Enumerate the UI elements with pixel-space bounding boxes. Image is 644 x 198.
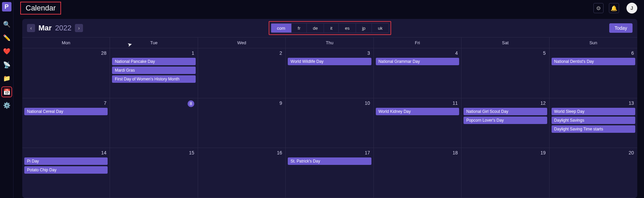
calendar-event[interactable]: World Wildlife Day	[288, 58, 371, 65]
prev-month-button[interactable]: ‹	[27, 24, 35, 32]
notifications-button[interactable]: 🔔	[609, 3, 619, 13]
calendar-cell[interactable]: 20	[550, 148, 637, 198]
today-button[interactable]: Today	[609, 23, 633, 33]
page-title: Calendar	[20, 2, 61, 15]
date-number: 3	[288, 50, 371, 56]
calendar-cell[interactable]: 4National Grammar Day	[374, 48, 461, 98]
next-month-button[interactable]: ›	[75, 24, 83, 32]
weekday-col-mon: Mon	[22, 38, 110, 48]
locale-tab-de[interactable]: de	[307, 24, 324, 33]
date-number: 15	[112, 150, 195, 156]
calendar-cell[interactable]: 2	[198, 48, 286, 98]
calendar-event[interactable]: Daylight Saving Time starts	[552, 125, 635, 133]
date-number: 19	[464, 150, 547, 156]
chevron-right-icon: ›	[78, 25, 80, 31]
calendar-icon[interactable]: 📅	[3, 88, 11, 96]
calendar-cell[interactable]: 12National Girl Scout DayPopcorn Lover's…	[461, 98, 549, 148]
date-number: 7	[24, 100, 108, 106]
calendar-event[interactable]: Popcorn Lover's Day	[464, 117, 547, 124]
calendar-event[interactable]: World Kidney Day	[376, 108, 459, 115]
locale-tab-jp[interactable]: jp	[356, 24, 372, 33]
calendar-cell[interactable]: 16	[198, 148, 286, 198]
locale-tab-it[interactable]: it	[324, 24, 339, 33]
calendar-cell[interactable]: 18	[374, 148, 461, 198]
calendar-event[interactable]: National Dentist's Day	[552, 58, 635, 65]
locale-tab-fr[interactable]: fr	[292, 24, 307, 33]
year-label: 2022	[55, 24, 72, 32]
locale-tab-uk[interactable]: uk	[372, 24, 389, 33]
calendar-event[interactable]: National Pancake Day	[112, 58, 195, 65]
locale-selector-highlight: comfrdeitesjpuk	[269, 21, 391, 35]
date-number: 6	[552, 50, 635, 56]
settings-button[interactable]: ⚙	[593, 3, 604, 13]
calendar-cell[interactable]: 11World Kidney Day	[374, 98, 461, 148]
main-area: Calendar ⚙ 🔔 J ‹ Mar 2022 › comf	[13, 0, 644, 198]
date-number: 13	[552, 100, 635, 106]
folder-icon[interactable]: 📁	[3, 74, 11, 82]
calendar-cell[interactable]: 7National Cereal Day	[22, 98, 110, 148]
date-number: 1	[112, 50, 195, 56]
date-number: 4	[376, 50, 459, 56]
locale-tab-com[interactable]: com	[271, 24, 292, 33]
calendar-cell[interactable]: 28	[22, 48, 110, 98]
date-number: 17	[288, 150, 371, 156]
pencil-icon[interactable]: ✏️	[3, 34, 11, 42]
calendar-cell[interactable]: 9	[198, 98, 286, 148]
date-number: 20	[552, 150, 635, 156]
date-number: 16	[200, 150, 283, 156]
date-number: 11	[376, 100, 459, 106]
locale-selector: comfrdeitesjpuk	[271, 23, 389, 33]
calendar-cell[interactable]: 17St. Patrick's Day	[286, 148, 373, 198]
weekday-col-fri: Fri	[374, 38, 461, 48]
weekday-col-sat: Sat	[461, 38, 549, 48]
calendar-event[interactable]: St. Patrick's Day	[288, 157, 371, 165]
date-number: 10	[288, 100, 371, 106]
date-number: 28	[24, 50, 108, 56]
calendar-event[interactable]: Mardi Gras	[112, 67, 195, 74]
calendar-cell[interactable]: 19	[461, 148, 549, 198]
bell-icon: 🔔	[611, 5, 617, 11]
chevron-left-icon: ‹	[30, 25, 32, 31]
calendar-cell[interactable]: 6National Dentist's Day	[550, 48, 637, 98]
calendar-header: ‹ Mar 2022 › comfrdeitesjpuk Today	[22, 19, 637, 37]
calendar-event[interactable]: Pi Day	[24, 157, 108, 165]
weekday-col-wed: Wed	[198, 38, 286, 48]
calendar-event[interactable]: Potato Chip Day	[24, 166, 108, 174]
weekday-col-tue: Tue	[110, 38, 198, 48]
calendar-container: ‹ Mar 2022 › comfrdeitesjpuk Today MonTu…	[22, 19, 637, 198]
calendar-cell[interactable]: 5	[461, 48, 549, 98]
calendar-cell[interactable]: 15	[110, 148, 198, 198]
satellite-icon[interactable]: 📡	[3, 61, 11, 69]
avatar[interactable]: J	[626, 3, 637, 14]
calendar-event[interactable]: Daylight Savings	[552, 117, 635, 124]
calendar-cell[interactable]: 1National Pancake DayMardi GrasFirst Day…	[110, 48, 198, 98]
gear-icon: ⚙	[596, 5, 601, 11]
calendar-cell[interactable]: 8	[110, 98, 198, 148]
calendar-grid: 281National Pancake DayMardi GrasFirst D…	[22, 48, 637, 198]
search-icon[interactable]: 🔍	[3, 20, 11, 28]
locale-tab-es[interactable]: es	[339, 24, 356, 33]
calendar-event[interactable]: National Cereal Day	[24, 108, 108, 115]
calendar-cell[interactable]: 14Pi DayPotato Chip Day	[22, 148, 110, 198]
calendar-cell[interactable]: 10	[286, 98, 373, 148]
calendar-event[interactable]: First Day of Women's History Month	[112, 75, 195, 83]
sidebar: P 🔍✏️❤️📡📁📅⚙️	[0, 0, 13, 198]
calendar-cell[interactable]: 3World Wildlife Day	[286, 48, 373, 98]
calendar-event[interactable]: National Girl Scout Day	[464, 108, 547, 115]
date-number: 18	[376, 150, 459, 156]
month-label: Mar	[38, 24, 52, 32]
date-number: 9	[200, 100, 283, 106]
calendar-event[interactable]: National Grammar Day	[376, 58, 459, 65]
weekday-col-sun: Sun	[550, 38, 637, 48]
date-number: 12	[464, 100, 547, 106]
app-logo[interactable]: P	[2, 2, 11, 11]
calendar-cell[interactable]: 13World Sleep DayDaylight SavingsDayligh…	[550, 98, 637, 148]
heart-icon[interactable]: ❤️	[3, 47, 11, 55]
settings-icon[interactable]: ⚙️	[3, 101, 11, 109]
calendar-event[interactable]: World Sleep Day	[552, 108, 635, 115]
date-number: 2	[200, 50, 283, 56]
weekday-col-thu: Thu	[286, 38, 373, 48]
date-number: 5	[464, 50, 547, 56]
topbar: Calendar ⚙ 🔔 J	[13, 0, 644, 16]
weekday-header: MonTueWedThuFriSatSun	[22, 37, 637, 48]
